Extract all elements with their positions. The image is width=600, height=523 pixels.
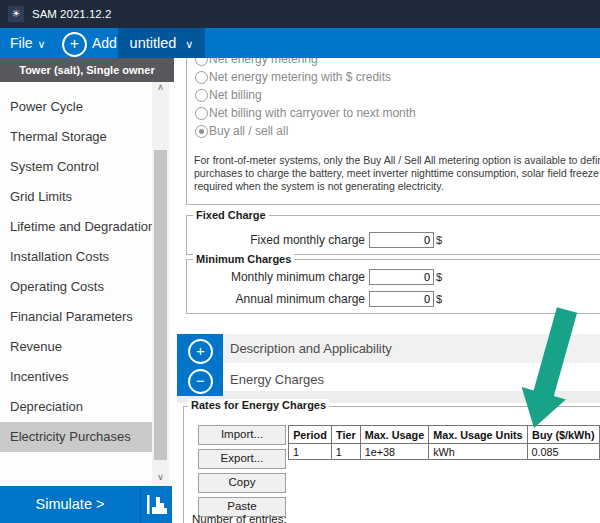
sidebar-scrollbar-thumb[interactable] [154, 150, 167, 460]
unit-label: $ [436, 270, 442, 284]
sidebar-item-revenue[interactable]: Revenue [0, 332, 162, 362]
sidebar-item-electricity-purchases[interactable]: Electricity Purchases [0, 422, 162, 452]
monthly-minimum-charge-input[interactable] [369, 269, 434, 285]
rates-group-title: Rates for Energy Charges [188, 399, 329, 411]
sidebar-item-financial-parameters[interactable]: Financial Parameters [0, 302, 162, 332]
col-buy-per-kwh: Buy ($/kWh) [527, 426, 599, 444]
radio-icon[interactable] [195, 71, 208, 84]
table-row: 1 1 1e+38 kWh 0.085 [289, 444, 600, 460]
sidebar-item-incentives[interactable]: Incentives [0, 362, 162, 392]
sidebar-item-thermal-storage[interactable]: Thermal Storage [0, 122, 162, 152]
monthly-minimum-charge-label: Monthly minimum charge [187, 270, 365, 284]
sidebar-item-operating-costs[interactable]: Operating Costs [0, 272, 162, 302]
metering-options-box: Net energy metering Net energy metering … [186, 40, 600, 205]
scroll-down-icon[interactable]: ∨ [152, 470, 169, 484]
col-tier: Tier [331, 426, 360, 444]
histogram-chart-icon[interactable] [146, 493, 168, 516]
title-bar: ☀ SAM 2021.12.2 [0, 0, 600, 28]
fixed-monthly-charge-label: Fixed monthly charge [187, 233, 365, 247]
expand-plus-icon[interactable]: + [188, 339, 213, 364]
add-plus-icon[interactable]: + [62, 32, 87, 57]
cell-max-usage[interactable]: 1e+38 [360, 444, 428, 460]
sidebar-item-depreciation[interactable]: Depreciation [0, 392, 162, 422]
table-header-row: Period Tier Max. Usage Max. Usage Units … [289, 426, 600, 444]
group-title: Minimum Charges [193, 253, 294, 265]
window-title: SAM 2021.12.2 [32, 0, 111, 28]
metering-note: For front-of-meter systems, only the Buy… [194, 154, 600, 193]
col-max-usage: Max. Usage [360, 426, 428, 444]
simulate-bar: Simulate > [0, 486, 172, 523]
minimum-charges-group: Minimum Charges Monthly minimum charge $… [186, 259, 600, 314]
accordion-label-energy-charges[interactable]: Energy Charges [230, 372, 324, 387]
radio-icon[interactable] [195, 107, 208, 120]
scroll-up-icon[interactable]: ∧ [152, 80, 169, 94]
project-tab-untitled[interactable]: untitled ∨ [118, 28, 205, 58]
rates-table: Period Tier Max. Usage Max. Usage Units … [288, 425, 600, 460]
col-max-usage-units: Max. Usage Units [429, 426, 527, 444]
accordion-label-description[interactable]: Description and Applicability [230, 341, 392, 356]
export-button[interactable]: Export... [198, 449, 286, 469]
sidebar-item-grid-limits[interactable]: Grid Limits [0, 182, 162, 212]
add-button[interactable]: Add [92, 28, 117, 58]
cell-period[interactable]: 1 [289, 444, 332, 460]
unit-label: $ [436, 292, 442, 306]
menu-bar: File∨ + Add untitled ∨ [0, 28, 600, 58]
app-sun-icon: ☀ [8, 6, 24, 22]
cell-buy[interactable]: 0.085 [527, 444, 599, 460]
sidebar-item-power-cycle[interactable]: Power Cycle [0, 92, 162, 122]
config-tooltip: Tower (salt), Single owner [0, 58, 174, 82]
simulate-button[interactable]: Simulate > [0, 486, 140, 523]
cell-tier[interactable]: 1 [331, 444, 360, 460]
sidebar-nav: Tower and Receiver Power Cycle Thermal S… [0, 58, 172, 486]
note-line: purchases to charge the battery, meet in… [194, 167, 600, 180]
sidebar-item-system-control[interactable]: System Control [0, 152, 162, 182]
fixed-charge-group: Fixed Charge Fixed monthly charge $ [186, 215, 600, 255]
unit-label: $ [436, 233, 442, 247]
col-period: Period [289, 426, 332, 444]
app-window: ☀ SAM 2021.12.2 File∨ + Add untitled ∨ T… [0, 0, 600, 523]
divider [140, 486, 141, 523]
collapse-minus-icon[interactable]: − [188, 369, 213, 394]
number-of-entries-label: Number of entries: [192, 513, 287, 523]
chevron-down-icon: ∨ [185, 38, 193, 50]
annual-minimum-charge-input[interactable] [369, 291, 434, 307]
fixed-monthly-charge-input[interactable] [369, 232, 434, 248]
radio-icon[interactable] [195, 89, 208, 102]
cell-max-usage-units[interactable]: kWh [429, 444, 527, 460]
radio-selected-icon[interactable] [195, 125, 208, 138]
chevron-down-icon: ∨ [38, 38, 46, 50]
group-title: Fixed Charge [193, 209, 269, 221]
accordion-icon-strip: + − [177, 334, 223, 396]
annual-minimum-charge-label: Annual minimum charge [187, 292, 365, 306]
file-menu[interactable]: File∨ [10, 28, 46, 58]
import-button[interactable]: Import... [198, 425, 286, 445]
sidebar-item-installation-costs[interactable]: Installation Costs [0, 242, 162, 272]
copy-button[interactable]: Copy [198, 473, 286, 493]
note-line: For front-of-meter systems, only the Buy… [194, 154, 600, 167]
note-line: required when the system is not generati… [194, 180, 600, 193]
sidebar-item-lifetime-and-degradation[interactable]: Lifetime and Degradation [0, 212, 162, 242]
